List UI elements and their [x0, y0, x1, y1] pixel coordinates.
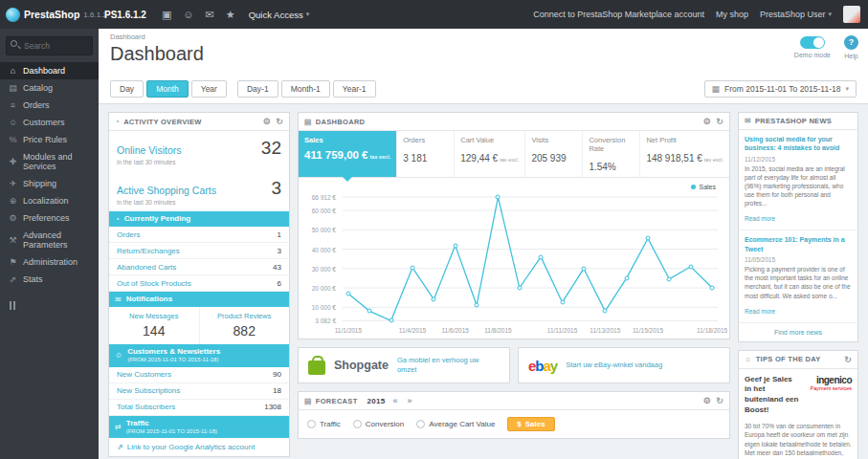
- gear-icon[interactable]: ⚙: [703, 396, 711, 405]
- prestashop-logo[interactable]: PrestaShop 1.6.1.2: [0, 8, 99, 22]
- sidebar-item-advanced-parameters[interactable]: ⚒ Advanced Parameters: [0, 227, 99, 253]
- option-label: Average Cart Value: [429, 420, 495, 428]
- read-more-link[interactable]: Read more: [745, 215, 775, 222]
- data-point[interactable]: [475, 303, 479, 308]
- filter-day-button[interactable]: Day: [110, 80, 144, 98]
- sidebar-item-administration[interactable]: ⚑ Administration: [0, 253, 99, 271]
- kpi-net-profit[interactable]: Net Profit 148 918,51 €tax excl.: [639, 131, 729, 177]
- cart-icon[interactable]: ▣: [162, 9, 171, 21]
- data-point[interactable]: [646, 236, 651, 241]
- data-point[interactable]: [539, 254, 544, 259]
- ebay-promo[interactable]: ebay Start uw eBay-winkel vandaag: [518, 347, 730, 383]
- chart-legend[interactable]: Sales: [691, 184, 716, 190]
- catalog-icon: ▤: [8, 83, 18, 93]
- filter-month-button[interactable]: Month: [146, 80, 189, 98]
- y-axis-tick-label: 60 000 €: [312, 208, 336, 214]
- forecast-next-icon[interactable]: »: [408, 396, 414, 405]
- sidebar-item-label: Advanced Parameters: [23, 230, 91, 250]
- help-icon[interactable]: ?: [844, 35, 858, 50]
- refresh-icon[interactable]: ↻: [844, 355, 852, 364]
- data-point[interactable]: [389, 318, 393, 323]
- filter-day-1-button[interactable]: Day-1: [237, 80, 278, 98]
- data-point[interactable]: [432, 297, 436, 302]
- kpi-cart-value[interactable]: Cart Value 129,44 €tax excl.: [454, 131, 524, 177]
- abandoned-carts-row[interactable]: Abandoned Carts 43: [109, 259, 289, 275]
- forecast-prev-icon[interactable]: «: [393, 396, 400, 405]
- pending-orders-row[interactable]: Orders 1: [109, 227, 289, 243]
- forecast-option-traffic[interactable]: Traffic: [307, 420, 341, 428]
- sidebar-item-catalog[interactable]: ▤ Catalog: [0, 79, 99, 97]
- data-point[interactable]: [517, 286, 522, 291]
- data-point[interactable]: [710, 286, 715, 291]
- google-analytics-link[interactable]: ⇗ Link to your Google Analytics account: [109, 438, 289, 456]
- filter-year-1-button[interactable]: Year-1: [333, 80, 376, 98]
- out-of-stock-row[interactable]: Out of Stock Products 6: [109, 275, 289, 292]
- total-subscribers-row[interactable]: Total Subscribers 1308: [109, 400, 289, 416]
- kpi-label: Cart Value: [460, 136, 519, 144]
- forecast-option-conversion[interactable]: Conversion: [353, 420, 404, 428]
- kpi-visits[interactable]: Visits 205 939: [524, 131, 582, 177]
- data-point[interactable]: [345, 292, 350, 296]
- product-reviews-cell[interactable]: Product Reviews 882: [199, 307, 290, 344]
- kpi-value: 205 939: [531, 153, 566, 164]
- refresh-icon[interactable]: ↻: [716, 117, 723, 126]
- date-range-picker[interactable]: ▦ From 2015-11-01 To 2015-11-18 ▾: [704, 80, 857, 98]
- pending-returns-row[interactable]: Return/Exchanges 3: [109, 243, 289, 259]
- sidebar-item-dashboard[interactable]: ⌂ Dashboard: [0, 62, 99, 79]
- demo-mode-toggle[interactable]: [800, 36, 825, 49]
- data-point[interactable]: [367, 309, 372, 314]
- data-point[interactable]: [603, 309, 608, 314]
- active-carts-value: 3: [271, 178, 281, 199]
- my-shop-link[interactable]: My shop: [716, 10, 748, 19]
- data-point[interactable]: [496, 195, 501, 200]
- ebay-link[interactable]: Start uw eBay-winkel vandaag: [566, 361, 662, 370]
- forecast-sales-button[interactable]: $ Sales: [507, 417, 554, 431]
- new-messages-cell[interactable]: New Messages 144: [109, 307, 199, 344]
- user-menu[interactable]: PrestaShop User ▾: [760, 10, 832, 19]
- filter-year-button[interactable]: Year: [191, 80, 227, 98]
- shopgate-promo[interactable]: Shopgate Ga mobiel en verhoog uw omzet: [298, 347, 510, 383]
- data-point[interactable]: [667, 276, 672, 281]
- sidebar-item-modules[interactable]: ✚ Modules and Services: [0, 148, 99, 175]
- data-point[interactable]: [560, 300, 565, 305]
- messages-icon[interactable]: ✉: [206, 9, 214, 21]
- shop-name-link[interactable]: PS1.6.1.2: [104, 10, 146, 20]
- refresh-icon[interactable]: ↻: [276, 117, 283, 126]
- sidebar-item-localization[interactable]: ⊕ Localization: [0, 192, 99, 209]
- data-point[interactable]: [410, 265, 414, 270]
- read-more-link[interactable]: Read more: [745, 308, 775, 315]
- kpi-conversion-rate[interactable]: Conversion Rate 1.54%: [582, 131, 639, 177]
- online-visitors-link[interactable]: Online Visitors: [117, 144, 261, 156]
- active-carts-link[interactable]: Active Shopping Carts: [117, 185, 271, 196]
- collapse-menu-button[interactable]: [10, 301, 89, 310]
- sidebar-item-shipping[interactable]: ✈ Shipping: [0, 175, 99, 192]
- refresh-icon[interactable]: ↻: [716, 396, 723, 405]
- kpi-sales[interactable]: Sales 411 759,00 €tax excl.: [299, 131, 396, 177]
- data-point[interactable]: [688, 264, 693, 269]
- find-more-news-link[interactable]: Find more news: [739, 323, 857, 341]
- gear-icon[interactable]: ⚙: [703, 117, 711, 126]
- customers-quick-icon[interactable]: ☺: [183, 9, 193, 20]
- avatar[interactable]: [843, 6, 860, 23]
- sidebar-item-preferences[interactable]: ⚙ Preferences: [0, 209, 99, 227]
- marketplace-link[interactable]: Connect to PrestaShop Marketplace accoun…: [533, 10, 704, 19]
- forecast-option-avg-cart-value[interactable]: Average Cart Value: [416, 420, 495, 428]
- quick-access-menu[interactable]: Quick Access ▾: [249, 10, 310, 20]
- trophy-icon[interactable]: ★: [226, 9, 235, 21]
- data-point[interactable]: [581, 266, 586, 271]
- sidebar-item-stats[interactable]: ⇗ Stats: [0, 271, 99, 288]
- sidebar-item-customers[interactable]: ☺ Customers: [0, 114, 99, 131]
- sidebar-item-price-rules[interactable]: % Price Rules: [0, 131, 99, 148]
- data-point[interactable]: [453, 243, 457, 248]
- shopgate-link[interactable]: Ga mobiel en verhoog uw omzet: [397, 356, 500, 375]
- gear-icon[interactable]: ⚙: [263, 117, 271, 126]
- forecast-year[interactable]: 2015: [367, 397, 386, 405]
- new-customers-row[interactable]: New Customers 90: [109, 367, 289, 383]
- news-article-title[interactable]: Ecommerce 101: Payments in a Tweet: [745, 235, 852, 253]
- new-subscriptions-row[interactable]: New Subscriptions 18: [109, 383, 289, 400]
- kpi-orders[interactable]: Orders 3 181: [396, 131, 454, 177]
- filter-month-1-button[interactable]: Month-1: [281, 80, 330, 98]
- data-point[interactable]: [624, 275, 629, 280]
- news-article-title[interactable]: Using social media for your business: 4 …: [745, 135, 852, 153]
- sidebar-item-orders[interactable]: ≡ Orders: [0, 97, 99, 114]
